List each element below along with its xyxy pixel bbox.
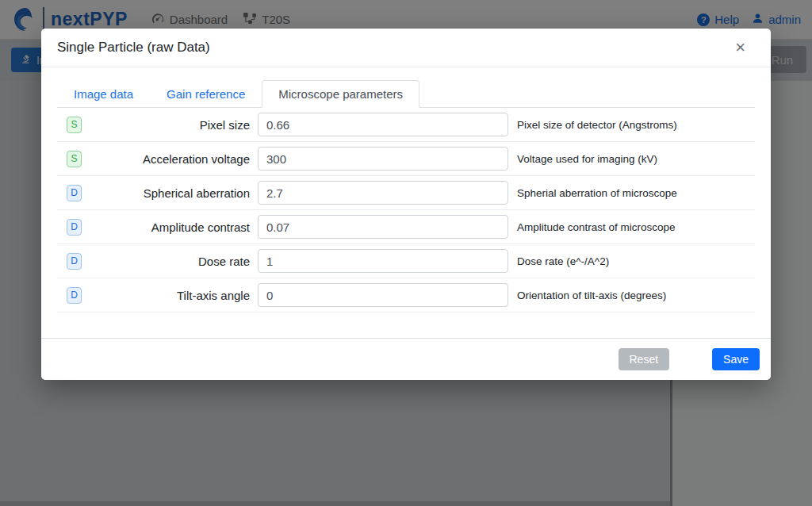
scope-badge-default: D — [67, 185, 82, 201]
modal-footer: Reset Save — [41, 338, 771, 380]
form-row: S Acceleration voltage Voltage used for … — [57, 142, 755, 176]
param-input-amplitude-contrast[interactable] — [258, 215, 508, 239]
param-input-acceleration-voltage[interactable] — [258, 147, 508, 171]
param-label: Acceleration voltage — [91, 152, 250, 166]
param-description: Dose rate (e^-/A^2) — [517, 255, 609, 267]
param-input-tilt-axis-angle[interactable] — [258, 283, 508, 307]
form-rows: S Pixel size Pixel size of detector (Ang… — [57, 108, 755, 312]
modal-title: Single Particle (raw Data) — [57, 40, 210, 56]
param-description: Amplitude contrast of microscope — [517, 221, 676, 233]
tab-image-data[interactable]: Image data — [57, 80, 150, 108]
tab-bar: Image dataGain referenceMicroscope param… — [57, 80, 755, 108]
param-input-dose-rate[interactable] — [258, 249, 508, 273]
param-input-pixel-size[interactable] — [258, 113, 508, 136]
scope-badge-shared: S — [67, 151, 82, 167]
form-row: S Pixel size Pixel size of detector (Ang… — [57, 108, 755, 142]
tab-microscope-parameters[interactable]: Microscope parameters — [262, 80, 419, 108]
param-description: Orientation of tilt-axis (degrees) — [517, 289, 666, 301]
param-label: Amplitude contrast — [91, 220, 250, 234]
save-button[interactable]: Save — [712, 348, 760, 370]
form-row: D Dose rate Dose rate (e^-/A^2) — [57, 244, 755, 278]
scope-badge-shared: S — [67, 117, 82, 133]
form-row: D Tilt-axis angle Orientation of tilt-ax… — [57, 278, 755, 312]
tab-gain-reference[interactable]: Gain reference — [150, 80, 262, 108]
form-row: D Amplitude contrast Amplitude contrast … — [57, 210, 755, 244]
param-label: Dose rate — [91, 255, 250, 268]
scope-badge-default: D — [67, 219, 82, 236]
close-icon[interactable]: × — [732, 39, 749, 56]
param-label: Tilt-axis angle — [91, 289, 250, 302]
param-description: Pixel size of detector (Angstroms) — [517, 119, 677, 131]
scope-badge-default: D — [67, 253, 82, 270]
scope-badge-default: D — [67, 287, 82, 304]
param-description: Voltage used for imaging (kV) — [517, 153, 657, 165]
param-label: Pixel size — [91, 118, 250, 132]
reset-button[interactable]: Reset — [619, 348, 670, 370]
param-input-spherical-aberration[interactable] — [258, 181, 508, 205]
param-description: Spherial aberration of microscope — [517, 187, 677, 199]
modal-body: Image dataGain referenceMicroscope param… — [41, 67, 771, 338]
modal-header: Single Particle (raw Data) × — [41, 29, 771, 67]
single-particle-modal: Single Particle (raw Data) × Image dataG… — [41, 29, 771, 380]
param-label: Spherical aberration — [91, 186, 250, 200]
form-row: D Spherical aberration Spherial aberrati… — [57, 176, 755, 210]
